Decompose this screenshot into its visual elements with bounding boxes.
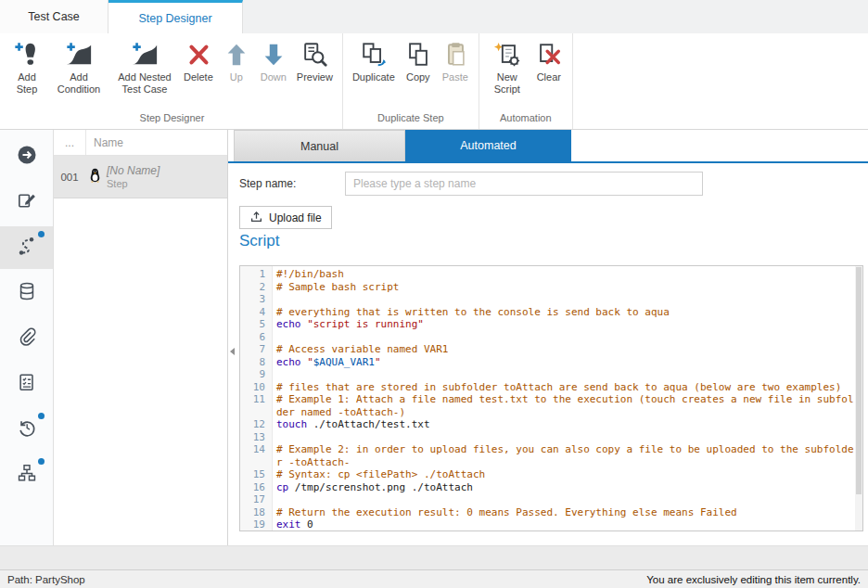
rail-item-hierarchy[interactable] — [0, 454, 53, 496]
code-line: 19exit 0 — [240, 518, 855, 531]
navigate-circle-arrow-icon — [16, 144, 38, 170]
step-mode-tabs: Manual Automated — [228, 130, 868, 163]
rail-item-navigate[interactable] — [0, 135, 53, 178]
ribbon: Add Step Add Condition Add Nested Test C… — [0, 33, 868, 130]
paperclip-icon — [17, 326, 37, 351]
step-list-header: ... Name — [54, 130, 227, 156]
new-script-icon — [493, 39, 521, 70]
tab-manual-label: Manual — [300, 140, 338, 153]
edit-pencil-icon — [16, 190, 37, 215]
code-line: 8echo "$AQUA_VAR1" — [240, 356, 855, 369]
step-row-name: [No Name] — [107, 164, 160, 177]
tab-automated[interactable]: Automated — [405, 130, 571, 161]
up-label: Up — [230, 71, 243, 83]
left-icon-rail — [0, 130, 54, 545]
steps-notification-dot — [38, 231, 45, 237]
tab-step-designer-label: Step Designer — [138, 12, 211, 25]
tab-test-case[interactable]: Test Case — [0, 0, 108, 33]
add-nested-test-case-button[interactable]: Add Nested Test Case — [110, 37, 179, 97]
step-row-type: Step — [107, 177, 160, 190]
step-row-id: 001 — [54, 172, 85, 183]
add-step-label: Add Step — [11, 71, 43, 96]
add-nested-test-case-label: Add Nested Test Case — [115, 71, 174, 96]
add-condition-label: Add Condition — [52, 71, 106, 96]
step-name-label: Step name: — [239, 177, 296, 190]
code-line: 1#!/bin/bash — [240, 268, 855, 281]
script-editor[interactable]: 1#!/bin/bash2# Sample bash script3 4# ev… — [239, 265, 863, 531]
step-name-input[interactable] — [345, 172, 703, 196]
add-condition-icon — [65, 39, 93, 70]
code-line: 11# Example 1: Attach a file named test.… — [240, 393, 855, 418]
collapse-left-icon — [230, 348, 235, 355]
new-script-button[interactable]: New Script — [484, 37, 530, 97]
code-line: 2# Sample bash script — [240, 281, 855, 294]
add-condition-button[interactable]: Add Condition — [47, 37, 110, 97]
tab-manual[interactable]: Manual — [234, 130, 405, 161]
script-lines: 1#!/bin/bash2# Sample bash script3 4# ev… — [240, 268, 855, 531]
code-line: 3 — [240, 293, 855, 306]
preview-button[interactable]: Preview — [292, 37, 338, 85]
down-label: Down — [261, 71, 287, 83]
copy-button[interactable]: Copy — [400, 37, 437, 85]
code-line: 18# Return the execution result: 0 means… — [240, 506, 855, 519]
add-step-icon — [13, 39, 41, 70]
ribbon-group-automation: New Script Clear Automation — [479, 33, 573, 129]
code-line: 9 — [240, 368, 855, 381]
steps-path-icon — [16, 235, 38, 261]
ribbon-group-step-designer: Add Step Add Condition Add Nested Test C… — [2, 33, 343, 129]
step-list-panel: ... Name 001 [No Name] Step — [54, 130, 228, 545]
add-step-button[interactable]: Add Step — [6, 37, 47, 97]
rail-item-edit[interactable] — [0, 181, 53, 224]
main-panel: Manual Automated Step name: Upload file … — [228, 130, 868, 545]
up-arrow-icon — [223, 39, 250, 70]
up-button[interactable]: Up — [218, 37, 255, 85]
upload-file-button[interactable]: Upload file — [239, 206, 332, 229]
column-header-more[interactable]: ... — [54, 130, 86, 155]
paste-button[interactable]: Paste — [437, 37, 474, 85]
step-list-row[interactable]: 001 [No Name] Step — [54, 156, 227, 198]
panel-collapse-handle[interactable] — [228, 339, 236, 364]
tab-automated-label: Automated — [460, 139, 516, 152]
paste-clipboard-icon — [441, 39, 469, 70]
script-heading: Script — [239, 232, 279, 250]
ribbon-group-label-automation: Automation — [484, 109, 568, 129]
linux-penguin-icon — [89, 168, 101, 186]
code-line: 17 — [240, 493, 855, 506]
checklist-clipboard-icon — [17, 372, 37, 396]
upload-icon — [249, 210, 263, 226]
tab-step-designer[interactable]: Step Designer — [108, 0, 243, 33]
ribbon-group-label-duplicate-step: Duplicate Step — [348, 109, 474, 129]
database-icon — [17, 281, 37, 305]
add-nested-test-case-icon — [131, 39, 159, 70]
down-button[interactable]: Down — [255, 37, 292, 85]
code-line: 14# Example 2: in order to upload files,… — [240, 443, 855, 468]
duplicate-button[interactable]: Duplicate — [348, 37, 400, 85]
delete-button[interactable]: Delete — [179, 37, 218, 85]
column-header-name[interactable]: Name — [86, 130, 227, 155]
history-clock-icon — [17, 417, 37, 441]
delete-icon — [185, 39, 212, 70]
rail-item-data[interactable] — [0, 272, 53, 314]
code-line: 12touch ./toAttach/test.txt — [240, 418, 855, 431]
code-line: 7# Access variable named VAR1 — [240, 343, 855, 356]
code-line: 10# files that are stored in subfolder t… — [240, 381, 855, 394]
rail-item-history[interactable] — [0, 408, 53, 451]
editor-scrollbar-thumb[interactable] — [856, 267, 862, 494]
ribbon-group-label-step-designer: Step Designer — [6, 109, 338, 129]
duplicate-icon — [360, 39, 388, 70]
code-line: 16cp /tmp/screnshot.png ./toAttach — [240, 481, 855, 494]
ribbon-group-duplicate-step: Duplicate Copy Paste Duplicate Step — [343, 33, 479, 129]
duplicate-label: Duplicate — [352, 71, 395, 83]
rail-item-attachments[interactable] — [0, 317, 53, 360]
preview-magnifier-icon — [300, 39, 328, 70]
rail-item-checklist[interactable] — [0, 363, 53, 405]
code-line: 5echo "script is running" — [240, 318, 855, 331]
copy-label: Copy — [406, 71, 430, 83]
window-tab-strip: Test Case Step Designer — [0, 0, 868, 33]
clear-icon — [535, 39, 563, 70]
clear-button[interactable]: Clear — [530, 37, 568, 85]
bottom-filler-band — [0, 545, 868, 570]
rail-item-steps[interactable] — [0, 226, 53, 269]
editor-scrollbar[interactable] — [855, 266, 862, 530]
code-line: 15# Syntax: cp <filePath> ./toAttach — [240, 468, 855, 481]
